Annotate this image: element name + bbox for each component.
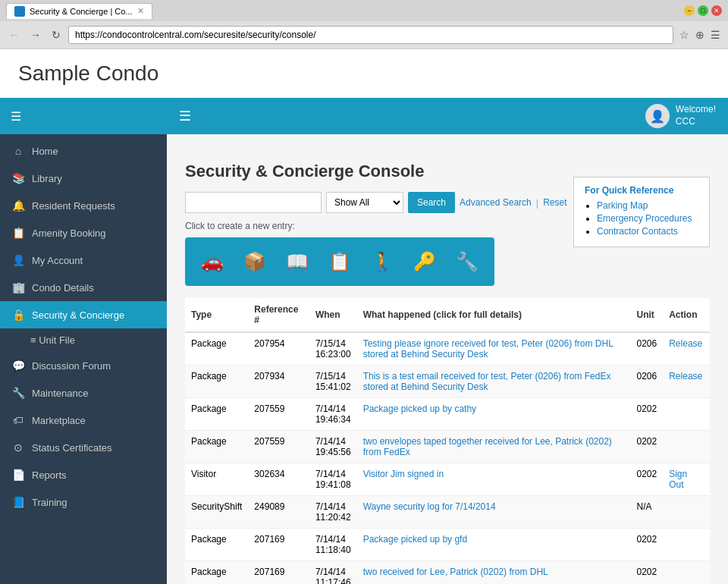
key-entry-icon[interactable]: 🔑 (405, 243, 444, 280)
cell-reference: 249089 (248, 496, 309, 529)
action-link[interactable]: Release (669, 338, 702, 349)
sidebar-item-discussion-forum[interactable]: 💬 Discussion Forum (0, 352, 167, 379)
cell-what[interactable]: two envelopes taped together received fo… (357, 431, 631, 463)
cell-unit: 0202 (631, 463, 664, 496)
entry-detail-link[interactable]: Package picked up by gfd (363, 534, 467, 545)
visitor-entry-icon[interactable]: 🚶 (362, 243, 402, 280)
refresh-button[interactable]: ↻ (49, 27, 64, 42)
sidebar-item-resident-requests[interactable]: 🔔 Resident Requests (0, 192, 167, 219)
table-row: Package2079547/15/14 16:23:00Testing ple… (185, 332, 710, 366)
sidebar-label-unit-file: Unit File (39, 334, 75, 346)
home-icon: ⌂ (12, 145, 24, 157)
package-entry-icon[interactable]: 📦 (235, 243, 275, 280)
cell-what[interactable]: Package picked up by cathy (357, 398, 631, 431)
sidebar-item-marketplace[interactable]: 🏷 Marketplace (0, 407, 167, 434)
sidebar-item-library[interactable]: 📚 Library (0, 165, 167, 192)
search-input[interactable] (185, 192, 322, 213)
top-bar-right: 👤 Welcome! CCC (645, 104, 716, 128)
entry-detail-link[interactable]: two received for Lee, Patrick (0202) fro… (363, 567, 548, 577)
cell-action: Release (663, 366, 710, 398)
cell-action (663, 398, 710, 431)
entry-detail-link[interactable]: This is a test email received for test, … (363, 371, 611, 392)
cell-what[interactable]: Visitor Jim signed in (357, 463, 631, 496)
menu-button[interactable]: ☰ (709, 27, 722, 42)
sidebar-item-security-concierge[interactable]: 🔒 Security & Concierge (0, 301, 167, 328)
cell-when: 7/15/14 16:23:00 (309, 332, 357, 366)
document-entry-icon[interactable]: 📋 (320, 243, 359, 280)
cell-unit: 0202 (631, 561, 664, 585)
sidebar-label-library: Library (32, 173, 62, 184)
cell-reference: 207169 (248, 561, 309, 585)
entry-detail-link[interactable]: two envelopes taped together received fo… (363, 436, 612, 457)
tab-close-icon[interactable]: ✕ (137, 6, 144, 16)
maximize-button[interactable]: □ (698, 5, 708, 16)
contractor-contacts-link[interactable]: Contractor Contacts (597, 226, 678, 237)
back-button[interactable]: ← (6, 27, 23, 42)
quick-reference-title: For Quick Reference (585, 185, 698, 196)
action-link[interactable]: Release (669, 371, 702, 381)
sidebar-item-amenity-booking[interactable]: 📋 Amenity Booking (0, 219, 167, 246)
cell-what[interactable]: Package picked up by gfd (357, 529, 631, 561)
tools-entry-icon[interactable]: 🔧 (447, 243, 487, 280)
cell-when: 7/15/14 15:41:02 (309, 366, 357, 398)
quick-reference-list: Parking Map Emergency Procedures Contrac… (585, 200, 698, 237)
entry-detail-link[interactable]: Wayne security log for 7/14/2014 (363, 501, 496, 512)
cell-what[interactable]: Testing please ignore received for test,… (357, 332, 631, 366)
sidebar-item-training[interactable]: 📘 Training (0, 488, 167, 516)
bookmark-button[interactable]: ☆ (678, 27, 691, 42)
search-button[interactable]: Search (408, 192, 455, 213)
entry-detail-link[interactable]: Package picked up by cathy (363, 403, 476, 414)
table-row: Package2071697/14/14 11:17:46two receive… (185, 561, 710, 585)
minimize-button[interactable]: − (684, 5, 695, 16)
welcome-text: Welcome! CCC (676, 104, 716, 127)
browser-titlebar: Security & Concierge | Co... ✕ − □ ✕ (0, 0, 728, 21)
col-unit: Unit (631, 298, 664, 332)
security-icon: 🔒 (12, 309, 24, 321)
forward-button[interactable]: → (27, 27, 44, 42)
qr-item-emergency: Emergency Procedures (597, 213, 698, 224)
close-button[interactable]: ✕ (711, 5, 722, 16)
reset-link[interactable]: Reset (543, 197, 566, 208)
action-link[interactable]: Sign Out (669, 469, 687, 490)
cell-unit: 0202 (631, 529, 664, 561)
sidebar-label-security-concierge: Security & Concierge (32, 309, 124, 321)
sidebar-item-unit-file[interactable]: ≡ Unit File (0, 328, 167, 352)
address-bar[interactable] (68, 26, 673, 44)
cell-what[interactable]: two received for Lee, Patrick (0202) fro… (357, 561, 631, 585)
hamburger-icon[interactable]: ☰ (11, 109, 21, 124)
entry-detail-link[interactable]: Testing please ignore received for test,… (363, 338, 613, 360)
sidebar-item-maintenance[interactable]: 🔧 Maintenance (0, 379, 167, 407)
sidebar-label-marketplace: Marketplace (32, 415, 86, 426)
cell-what[interactable]: This is a test email received for test, … (357, 366, 631, 398)
sidebar-item-my-account[interactable]: 👤 My Account (0, 246, 167, 274)
table-header: Type Reference # When What happened (cli… (185, 298, 710, 332)
book-entry-icon[interactable]: 📖 (278, 243, 317, 280)
qr-item-contractor: Contractor Contacts (597, 226, 698, 237)
browser-actions: ☆ ⊕ ☰ (678, 27, 722, 42)
emergency-procedures-link[interactable]: Emergency Procedures (597, 213, 692, 224)
car-entry-icon[interactable]: 🚗 (193, 243, 232, 280)
hamburger-top-icon[interactable]: ☰ (179, 108, 191, 124)
cell-action (663, 561, 710, 585)
main-content: Security & Concierge Console Show All Pa… (167, 134, 728, 584)
reports-icon: 📄 (12, 469, 24, 481)
sidebar-item-reports[interactable]: 📄 Reports (0, 461, 167, 488)
sidebar-item-condo-details[interactable]: 🏢 Condo Details (0, 274, 167, 301)
cell-what[interactable]: Wayne security log for 7/14/2014 (357, 496, 631, 529)
entry-detail-link[interactable]: Visitor Jim signed in (363, 469, 444, 479)
type-filter-select[interactable]: Show All Package Visitor SecurityShift (326, 192, 403, 213)
col-type: Type (185, 298, 248, 332)
page-wrapper: Sample Condo ☰ ⌂ Home 📚 Library 🔔 Reside… (0, 49, 728, 584)
sidebar-item-home[interactable]: ⌂ Home (0, 137, 167, 165)
username: CCC (676, 116, 716, 128)
extensions-button[interactable]: ⊕ (694, 27, 706, 42)
advanced-search-link[interactable]: Advanced Search (460, 197, 532, 208)
col-what: What happened (click for full details) (357, 298, 631, 332)
parking-map-link[interactable]: Parking Map (597, 200, 648, 211)
cell-when: 7/14/14 19:41:08 (309, 463, 357, 496)
browser-tab[interactable]: Security & Concierge | Co... ✕ (6, 3, 152, 19)
sidebar-item-status-certificates[interactable]: ⊙ Status Certificates (0, 434, 167, 461)
cell-action (663, 496, 710, 529)
requests-icon: 🔔 (12, 199, 24, 212)
training-icon: 📘 (12, 496, 24, 508)
